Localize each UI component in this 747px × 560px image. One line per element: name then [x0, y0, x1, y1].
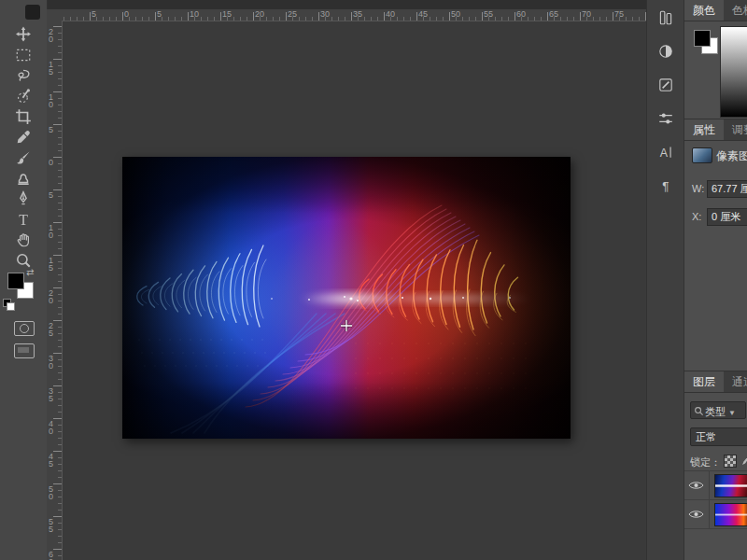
- quick-selection-tool[interactable]: [15, 88, 32, 105]
- lock-paint-icon[interactable]: [739, 455, 747, 466]
- ruler-label: 25: [288, 9, 297, 19]
- adjustments-icon[interactable]: [657, 43, 674, 60]
- svg-text:A: A: [660, 147, 669, 160]
- color-panel-tabs: 颜色色板: [684, 0, 747, 21]
- ruler-label: 60: [516, 9, 526, 19]
- layer-visibility-eye-icon[interactable]: [684, 500, 710, 528]
- move-tool[interactable]: [15, 26, 32, 43]
- ruler-label: 2 5: [49, 322, 53, 337]
- lock-label: 锁定：: [690, 455, 721, 469]
- quick-mask-icon: [20, 324, 29, 333]
- ruler-label: 20: [255, 9, 264, 19]
- ruler-label: 1 0: [49, 93, 53, 108]
- svg-text:T: T: [19, 212, 28, 228]
- ruler-label: 2 0: [49, 289, 53, 304]
- layer-filter-dropdown[interactable]: 类型▼: [690, 401, 746, 419]
- character-icon[interactable]: A: [657, 144, 674, 161]
- ruler-label: 40: [386, 9, 395, 19]
- vertical-ruler[interactable]: 2 01 51 05051 01 52 02 53 03 54 04 55 05…: [47, 21, 63, 560]
- screen-mode-button[interactable]: [14, 343, 35, 358]
- search-icon: [694, 406, 704, 416]
- window-top-strip: [0, 0, 646, 9]
- brush-tool[interactable]: [15, 149, 32, 166]
- tab-channels[interactable]: 通道: [724, 371, 747, 392]
- pixel-layer-icon: [692, 147, 712, 163]
- lasso-tool[interactable]: [15, 67, 32, 84]
- ruler-label: 4 5: [49, 453, 53, 468]
- tab-color[interactable]: 颜色: [684, 0, 724, 21]
- tools-panel: T ⇄: [0, 0, 48, 560]
- ruler-label: 55: [484, 9, 493, 19]
- sliders-icon[interactable]: [657, 110, 674, 127]
- ruler-label: 1 5: [49, 257, 53, 272]
- ruler-label: 1 5: [49, 61, 53, 76]
- hand-tool[interactable]: [15, 231, 32, 248]
- lock-transparency-icon[interactable]: [724, 455, 737, 468]
- tab-swatches[interactable]: 色板: [724, 0, 747, 21]
- right-panel: 颜色色板 属性调整 像素图层 W: 67.77 厘米 X: 0 厘米 图层通道 …: [684, 0, 747, 560]
- swap-colors-icon[interactable]: ⇄: [26, 267, 34, 277]
- document-canvas[interactable]: [122, 157, 571, 439]
- ruler-label: 10: [190, 9, 199, 19]
- ruler-label: 5: [49, 191, 53, 199]
- layer-visibility-eye-icon[interactable]: [684, 471, 710, 499]
- tab-layers[interactable]: 图层: [684, 371, 724, 392]
- layer-row[interactable]: [684, 470, 747, 500]
- ruler-label: 4 0: [49, 420, 53, 435]
- pixel-layer-label: 像素图层: [716, 148, 747, 164]
- ruler-label: 3 5: [49, 387, 53, 402]
- layer-row[interactable]: [684, 500, 747, 529]
- ruler-label: 0: [49, 159, 53, 166]
- ruler-label: 30: [320, 9, 330, 19]
- marquee-tool[interactable]: [15, 47, 32, 63]
- ruler-label: 5 0: [49, 485, 53, 500]
- styles-icon[interactable]: [657, 77, 674, 93]
- chevron-down-icon: ▼: [728, 409, 736, 417]
- ruler-label: 5: [49, 126, 53, 133]
- layer-thumbnail[interactable]: [714, 474, 747, 497]
- ruler-label: 75: [614, 9, 624, 19]
- libraries-icon[interactable]: [657, 9, 674, 26]
- canvas-artwork: [122, 157, 571, 439]
- layer-thumbnail[interactable]: [714, 503, 747, 526]
- ruler-label: 35: [353, 9, 362, 19]
- eyedropper-tool[interactable]: [15, 129, 32, 146]
- default-colors-icon[interactable]: [3, 299, 14, 310]
- color-ramp-field[interactable]: [720, 26, 747, 118]
- foreground-color-swatch[interactable]: [7, 273, 24, 289]
- tab-adjustments[interactable]: 调整: [724, 119, 747, 140]
- panel-dock-strip: A¶: [646, 0, 684, 560]
- paragraph-icon[interactable]: ¶: [657, 177, 674, 194]
- ruler-label: 50: [451, 9, 460, 19]
- ruler-label: 65: [549, 9, 558, 19]
- pen-tool[interactable]: [15, 190, 32, 207]
- svg-text:¶: ¶: [662, 179, 669, 193]
- blend-mode-dropdown[interactable]: ▼正常: [690, 427, 747, 446]
- blend-mode-value: 正常: [696, 431, 716, 442]
- ruler-label: 0: [124, 9, 129, 19]
- type-tool[interactable]: T: [15, 211, 32, 228]
- crop-tool[interactable]: [15, 108, 32, 125]
- ruler-label: 70: [582, 9, 591, 19]
- horizontal-ruler[interactable]: 5051015202530354045505560657075: [62, 9, 646, 21]
- ruler-label: 5: [92, 9, 96, 19]
- color-panel-foreground-swatch[interactable]: [694, 30, 711, 47]
- width-field[interactable]: 67.77 厘米: [707, 180, 747, 198]
- ruler-label: 5: [157, 9, 162, 19]
- width-field-label: W:: [692, 183, 704, 194]
- tab-properties[interactable]: 属性: [684, 119, 724, 140]
- layers-list: [684, 470, 747, 529]
- ruler-label: 5 5: [49, 518, 53, 533]
- quick-mask-button[interactable]: [14, 321, 35, 336]
- photoshop-window: T ⇄ 5051015202530354045505560657075 2 01…: [0, 0, 747, 560]
- properties-panel-tabs: 属性调整: [684, 119, 747, 141]
- clone-stamp-tool[interactable]: [15, 170, 32, 187]
- ruler-label: 2 0: [49, 28, 53, 43]
- ruler-label: 3 0: [49, 355, 53, 370]
- toolbar-collapse-button[interactable]: [25, 5, 40, 20]
- layers-panel-tabs: 图层通道: [684, 371, 747, 393]
- ruler-label: 15: [222, 9, 232, 19]
- ruler-label: 1 0: [49, 224, 53, 239]
- ruler-label: 6 0: [49, 551, 53, 560]
- x-field[interactable]: 0 厘米: [707, 208, 747, 226]
